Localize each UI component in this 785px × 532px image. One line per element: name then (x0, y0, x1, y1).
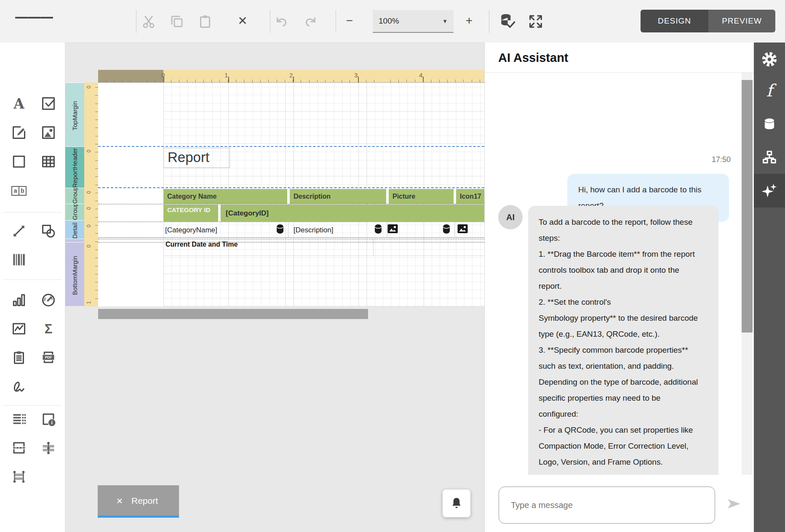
fullscreen-icon[interactable] (527, 13, 544, 30)
preview-tab[interactable]: PREVIEW (708, 10, 775, 32)
table-header-cell[interactable]: Description (290, 189, 386, 204)
right-sidebar: f (754, 43, 785, 532)
table-header-cell[interactable]: Picture (389, 189, 454, 204)
document-tab-report[interactable]: ✕ Report (98, 485, 179, 518)
copy-icon[interactable] (169, 14, 184, 29)
chart-icon[interactable] (10, 291, 28, 309)
vertical-ruler: 0 0 0 0 0 0 1 (84, 82, 98, 306)
message-input[interactable] (499, 487, 715, 524)
ruler-inch-tick (163, 77, 164, 82)
band-groupheader1[interactable]: GroupHeader (65, 188, 84, 204)
ruler-ticks (95, 82, 98, 306)
zoom-value: 100% (379, 16, 399, 26)
zoom-in-icon[interactable]: + (462, 13, 477, 28)
pdf-content-icon[interactable]: PDF (39, 348, 58, 367)
datetime-label[interactable]: Current Date and Time (166, 241, 238, 248)
design-tab[interactable]: DESIGN (641, 10, 708, 32)
report-explorer-button[interactable] (754, 142, 785, 173)
band-bottommargin[interactable]: BottomMargin (65, 242, 84, 306)
table-icon[interactable] (39, 152, 58, 171)
group-id-cell[interactable]: CATEGORY ID (163, 205, 218, 222)
ruler-number: 0 (86, 150, 92, 153)
shape-icon[interactable] (39, 222, 58, 240)
rich-text-icon[interactable] (10, 123, 28, 142)
zoom-dropdown[interactable]: 100% ▼ (373, 10, 454, 33)
toolbar-separator (136, 10, 136, 33)
data-field-icon (276, 223, 284, 236)
panel-icon[interactable] (10, 152, 28, 171)
document-tab-label: Report (131, 496, 158, 506)
cross-band-box-icon[interactable] (10, 467, 28, 486)
menu-icon[interactable] (15, 15, 53, 20)
ai-assistant-button[interactable] (754, 174, 785, 207)
ruler-number: 0 (86, 86, 92, 89)
table-of-contents-icon[interactable] (10, 410, 28, 428)
band-pagefooter[interactable] (65, 239, 84, 242)
cut-icon[interactable] (141, 14, 156, 29)
toolbar-separator (336, 10, 336, 33)
function-icon: f (766, 82, 773, 99)
data-source-button[interactable] (754, 109, 785, 140)
table-header-cell[interactable]: Category Name (163, 189, 287, 204)
scrollbar-thumb[interactable] (742, 80, 753, 332)
page-info-icon[interactable] (10, 348, 28, 367)
chat-scrollbar[interactable] (742, 73, 753, 475)
band-groupheader2[interactable]: GroupHeader (65, 204, 84, 220)
ai-avatar: AI (498, 205, 523, 229)
notifications-button[interactable] (443, 489, 470, 517)
horizontal-scrollbar[interactable] (98, 309, 368, 319)
character-comb-icon[interactable]: ab (10, 181, 28, 200)
ruler-number: 1 (224, 72, 228, 79)
zoom-out-icon[interactable]: − (342, 13, 357, 28)
database-icon (761, 116, 777, 132)
ai-assistant-panel: AI Assistant 17:50 Hi, how can I add a b… (484, 43, 754, 532)
vertical-band-icon[interactable] (39, 439, 58, 457)
gauge-icon[interactable] (39, 291, 58, 309)
undo-icon[interactable] (274, 15, 289, 30)
picture-field-icon (387, 223, 398, 236)
page-document-info-icon[interactable]: i (39, 410, 58, 428)
bell-icon (450, 496, 463, 511)
toolbar-separator (489, 10, 489, 33)
active-tab-indicator (98, 516, 179, 518)
band-strip: TopMargin ReportHeader GroupHeader Group… (65, 82, 84, 306)
delete-icon[interactable]: ✕ (235, 13, 250, 28)
svg-text:PDF: PDF (45, 355, 52, 359)
band-detail[interactable]: Detail (65, 220, 84, 239)
redo-icon[interactable] (303, 15, 318, 30)
data-field-icon (442, 223, 451, 236)
toolbox-divider (3, 405, 62, 406)
band-reportheader[interactable]: ReportHeader (65, 146, 84, 188)
ruler-inch-tick (293, 77, 294, 82)
report-title-label[interactable]: Report (163, 148, 230, 168)
sparkline-icon[interactable] (10, 319, 28, 338)
band-topmargin[interactable]: TopMargin (65, 82, 84, 146)
page-break-icon[interactable] (10, 439, 28, 457)
panel-title: AI Assistant (498, 51, 569, 65)
ruler-number: 0 (86, 191, 92, 194)
field-categoryname[interactable]: [CategoryName] (165, 222, 217, 238)
message-timestamp: 17:50 (712, 155, 731, 164)
close-icon[interactable]: ✕ (116, 496, 123, 506)
expressions-button[interactable]: f (754, 75, 785, 106)
summary-icon[interactable]: Σ (39, 319, 58, 338)
ruler-number: 0 (86, 245, 92, 248)
ruler-number: 4 (419, 72, 422, 79)
line-icon[interactable] (10, 222, 28, 240)
checkbox-icon[interactable] (39, 94, 58, 113)
barcode-icon[interactable] (10, 250, 28, 269)
signature-icon[interactable] (10, 377, 28, 395)
send-icon[interactable] (727, 498, 741, 511)
ruler-number: 3 (354, 72, 358, 79)
validate-icon[interactable] (498, 12, 517, 31)
cell-border (288, 222, 288, 238)
ruler-number: 0 (86, 225, 92, 228)
ai-message-bubble: To add a barcode to the report, follow t… (528, 206, 718, 475)
settings-button[interactable] (754, 44, 785, 75)
picture-box-icon[interactable] (39, 123, 58, 142)
field-description[interactable]: [Description] (294, 222, 333, 238)
ruler-inch-tick (228, 77, 229, 82)
label-icon[interactable]: A (10, 94, 28, 113)
paste-icon[interactable] (198, 14, 213, 29)
toolbox-divider (3, 279, 62, 280)
